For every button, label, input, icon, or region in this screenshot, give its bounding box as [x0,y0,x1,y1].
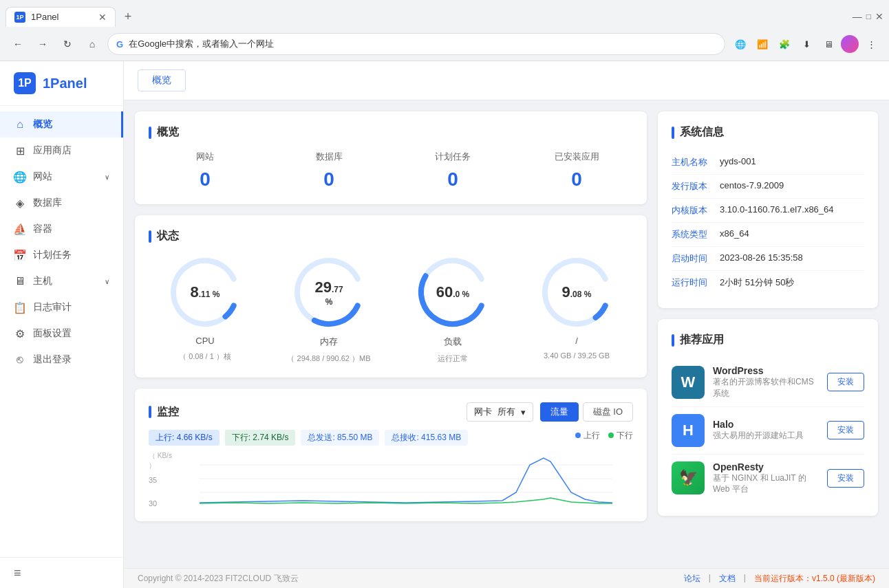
monitor-chart [179,451,633,506]
nic-select[interactable]: 网卡 所有 ▾ [467,402,533,422]
download-icon[interactable]: ⬇ [797,34,816,54]
page-tab-overview[interactable]: 概览 [138,69,186,91]
traffic-btn[interactable]: 流量 [540,402,579,422]
overview-title-text: 概览 [157,125,179,140]
sidebar-item-overview-label: 概览 [33,118,52,131]
y-label-30: 30 [149,499,176,508]
apps-list: W WordPress 著名的开源博客软件和CMS 系统 安装 H Halo 强… [672,358,864,502]
nic-dropdown-icon: ▾ [521,407,526,417]
info-val: 2小时 51分钟 50秒 [720,276,864,289]
logo: 1P 1Panel [0,61,123,106]
window-close-btn[interactable]: ✕ [875,11,883,22]
recommended-title-text: 推荐应用 [680,333,724,347]
gauge-sub-cpu: （ 0.08 / 1 ）核 [179,351,231,362]
gauge-unit-mem: % [325,297,333,307]
stat-website-value: 0 [149,168,261,190]
footer-links: 论坛 | 文档 | 当前运行版本：v1.5.0 (最新版本) [684,573,875,585]
footer-forum-link[interactable]: 论坛 [684,573,700,585]
tag-total-send: 总发送: 85.50 MB [301,430,379,446]
info-key: 运行时间 [672,276,720,289]
gauge-sub-disk: 3.40 GB / 39.25 GB [544,351,610,360]
sidebar-item-container[interactable]: ⛵ 容器 [0,216,123,242]
stat-installed-label: 已安装应用 [520,151,633,163]
extensions-icon[interactable]: 🧩 [775,34,794,54]
info-row: 内核版本 3.10.0-1160.76.1.el7.x86_64 [672,199,864,223]
app-name-halo: Halo [713,419,819,430]
gauge-center-load: 60.0 % [436,283,470,301]
app-desc-openresty: 基于 NGINX 和 LuaJIT 的Web 平台 [713,472,819,496]
footer-docs-link[interactable]: 文档 [719,573,736,585]
window-minimize-btn[interactable]: — [853,11,862,22]
sidebar-item-overview[interactable]: ⌂ 概览 [0,111,123,138]
translate-icon[interactable]: 🌐 [731,34,750,54]
wifi-icon[interactable]: 📶 [753,34,772,54]
sysinfo-title-bar [672,127,674,139]
address-bar[interactable]: G 在Google中搜索，或者输入一个网址 [107,33,725,55]
host-icon: 🖥 [14,275,26,287]
gauge-unit-cpu: % [210,290,219,299]
menu-icon[interactable]: ⋮ [861,34,881,54]
logo-icon: 1P [14,72,36,94]
forward-btn[interactable]: → [33,34,52,54]
install-btn-wordpress[interactable]: 安装 [827,373,864,391]
stat-crontask-label: 计划任务 [396,151,509,163]
log-icon: 📋 [14,301,26,314]
window-maximize-btn[interactable]: □ [866,12,871,21]
install-btn-halo[interactable]: 安装 [827,421,864,439]
home-btn[interactable]: ⌂ [83,34,102,54]
page-header: 概览 [124,61,889,100]
recommended-title-bar [672,334,674,347]
nic-label: 网卡 [474,406,492,418]
sidebar-item-website[interactable]: 🌐 网站 ∨ [0,164,123,190]
info-val: centos-7.9.2009 [720,180,864,193]
sidebar-footer[interactable]: ≡ [0,557,123,588]
container-icon: ⛵ [14,223,26,235]
sidebar-item-log-label: 日志审计 [33,301,72,314]
browser-tab[interactable]: 1P 1Panel ✕ [6,7,116,27]
gauge-wrap-cpu: 8.11 % [167,254,243,330]
app-name-wordpress: WordPress [713,365,819,376]
sidebar-item-website-label: 网站 [33,171,52,183]
monitor-card-title: 监控 [149,405,179,420]
app-item-wordpress: W WordPress 著名的开源博客软件和CMS 系统 安装 [672,358,864,407]
right-panel: 系统信息 主机名称 yyds-001 发行版本 centos-7.9.2009 … [658,111,878,557]
overview-icon: ⌂ [14,118,26,131]
crontask-icon: 📅 [14,249,26,261]
sidebar-item-crontask[interactable]: 📅 计划任务 [0,242,123,268]
sidebar-item-database[interactable]: ◈ 数据库 [0,190,123,216]
monitor-tags: 上行: 4.66 KB/s 下行: 2.74 KB/s 总发送: 85.50 M… [149,430,633,446]
refresh-btn[interactable]: ↻ [58,34,77,54]
install-btn-openresty[interactable]: 安装 [827,469,864,488]
gauge-pct-mem: 29.77 % [310,279,348,307]
gauge-load: 60.0 % 负载 运行正常 [396,254,509,364]
sidebar-item-logout[interactable]: ⎋ 退出登录 [0,347,123,373]
cast-icon[interactable]: 🖥 [819,34,838,54]
user-avatar[interactable] [841,35,859,53]
website-arrow: ∨ [105,173,109,181]
gauge-pct-disk: 9.08 % [562,283,592,301]
sidebar-item-appstore[interactable]: ⊞ 应用商店 [0,138,123,164]
overview-card: 概览 网站 0 数据库 0 计划任务 0 [135,111,647,204]
stat-installed: 已安装应用 0 [520,151,633,190]
status-card: 状态 8.11 % CPU （ 0.08 / 1 ）核 [135,215,647,378]
sidebar-item-settings[interactable]: ⚙ 面板设置 [0,320,123,347]
tag-download: 下行: 2.74 KB/s [225,430,296,446]
sidebar-item-host[interactable]: 🖥 主机 ∨ [0,268,123,294]
back-btn[interactable]: ← [8,34,28,54]
sidebar-item-log[interactable]: 📋 日志审计 [0,294,123,320]
recommended-card-title: 推荐应用 [672,333,864,347]
monitor-card: 监控 网卡 所有 ▾ 流量 磁盘 IO [135,389,647,521]
gauge-mem: 29.77 % 内存 （ 294.88 / 990.62 ）MB [272,254,385,364]
page-footer: Copyright © 2014-2023 FIT2CLOUD 飞致云 论坛 |… [124,568,889,588]
info-row: 发行版本 centos-7.9.2009 [672,175,864,199]
host-arrow: ∨ [105,278,109,285]
footer-version: 当前运行版本：v1.5.0 (最新版本) [754,573,875,585]
info-key: 内核版本 [672,204,720,217]
stat-website-label: 网站 [149,151,261,163]
y-label-35: 35 [149,476,176,484]
tag-total-recv: 总接收: 415.63 MB [385,430,468,446]
tab-close-btn[interactable]: ✕ [98,12,107,23]
disk-io-btn[interactable]: 磁盘 IO [583,402,633,422]
new-tab-btn[interactable]: + [118,7,138,26]
settings-icon: ⚙ [14,327,26,340]
